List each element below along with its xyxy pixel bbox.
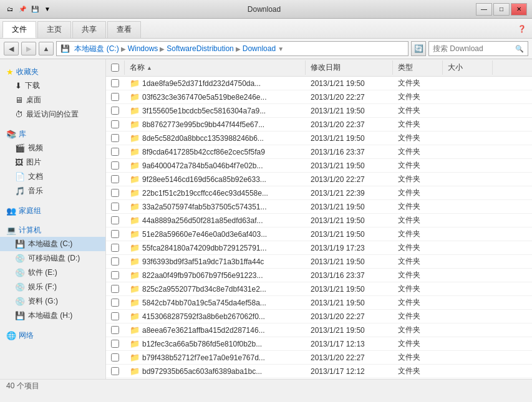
col-header-check[interactable] (106, 60, 125, 75)
table-row[interactable]: 📁 51e28a59660e7e46e0a0d3e6af403... 2013/… (106, 227, 532, 241)
sidebar-item-pictures[interactable]: 🖼 图片 (0, 155, 105, 170)
row-checkbox[interactable] (111, 216, 119, 224)
row-checkbox-cell[interactable] (106, 79, 125, 87)
sidebar-item-d-drive[interactable]: 💿 可移动磁盘 (D:) (0, 251, 105, 266)
minimize-button[interactable]: — (476, 3, 492, 16)
sidebar-item-documents[interactable]: 📄 文档 (0, 170, 105, 184)
row-checkbox[interactable] (111, 326, 119, 334)
search-bar[interactable]: 🔍 (428, 41, 528, 56)
sidebar-group-library[interactable]: 📚 库 (0, 125, 105, 141)
row-checkbox[interactable] (111, 175, 119, 183)
row-checkbox[interactable] (111, 367, 119, 375)
sidebar-item-h-drive[interactable]: 💾 本地磁盘 (H:) (0, 309, 105, 323)
row-checkbox-cell[interactable] (106, 148, 125, 156)
row-checkbox-cell[interactable] (106, 189, 125, 197)
row-checkbox[interactable] (111, 340, 119, 348)
maximize-button[interactable]: □ (493, 3, 510, 16)
table-row[interactable]: 📁 55fca284180a74209dbb729125791... 2013/… (106, 241, 532, 255)
sidebar-item-desktop[interactable]: 🖥 桌面 (0, 93, 105, 107)
row-checkbox-cell[interactable] (106, 326, 125, 334)
row-checkbox[interactable] (111, 244, 119, 252)
row-checkbox[interactable] (111, 271, 119, 279)
sidebar-group-network[interactable]: 🌐 网络 (0, 327, 105, 342)
col-header-name[interactable]: 名称 ▲ (125, 60, 306, 75)
table-row[interactable]: 📁 b12fec3ca66a5b786fd5e810f0b2b... 2013/… (106, 337, 532, 351)
table-row[interactable]: 📁 8de5c582d0a8bbcc1353988246b6... 2013/1… (106, 132, 532, 145)
row-checkbox-cell[interactable] (106, 230, 125, 238)
row-checkbox-cell[interactable] (106, 340, 125, 348)
help-button[interactable]: ❓ (515, 21, 530, 36)
table-row[interactable]: 📁 a8eea67e3621affba415d2d287146... 2013/… (106, 323, 532, 337)
quick-access-icon[interactable]: 📌 (17, 4, 27, 14)
tab-home[interactable]: 主页 (37, 21, 71, 38)
file-list[interactable]: 📁 1dae8fa9e52d371fdd232d4750da... 2013/1… (106, 77, 532, 379)
close-button[interactable]: ✕ (511, 3, 527, 16)
table-row[interactable]: 📁 8f9cda6417285b42ccf86e2cec5f5fa9 2013/… (106, 145, 532, 159)
sidebar-item-recent[interactable]: ⏱ 最近访问的位置 (0, 107, 105, 122)
dropdown-icon[interactable]: ▼ (42, 4, 52, 14)
forward-button[interactable]: ▶ (21, 42, 36, 55)
tab-share[interactable]: 共享 (72, 21, 106, 38)
row-checkbox-cell[interactable] (106, 271, 125, 279)
row-checkbox-cell[interactable] (106, 134, 125, 142)
row-checkbox[interactable] (111, 107, 119, 115)
breadcrumb-item-download[interactable]: Download (243, 44, 276, 53)
table-row[interactable]: 📁 4153068287592f3a8b6eb267062f0... 2013/… (106, 310, 532, 323)
row-checkbox-cell[interactable] (106, 353, 125, 361)
row-checkbox-cell[interactable] (106, 216, 125, 224)
col-header-date[interactable]: 修改日期 (306, 60, 393, 75)
save-icon[interactable]: 💾 (30, 4, 40, 14)
sidebar-group-homegroup[interactable]: 👥 家庭组 (0, 202, 105, 218)
sidebar-item-e-drive[interactable]: 💿 软件 (E:) (0, 266, 105, 280)
row-checkbox[interactable] (111, 148, 119, 156)
table-row[interactable]: 📁 1dae8fa9e52d371fdd232d4750da... 2013/1… (106, 77, 532, 90)
system-menu-icon[interactable]: 🗂 (5, 4, 15, 14)
sidebar-item-download[interactable]: ⬇ 下载 (0, 79, 105, 93)
table-row[interactable]: 📁 44a8889a256d50f281a85edfd63af... 2013/… (106, 214, 532, 227)
row-checkbox[interactable] (111, 299, 119, 307)
table-row[interactable]: 📁 3f155605e1bcdcb5ec5816304a7a9... 2013/… (106, 104, 532, 118)
row-checkbox-cell[interactable] (106, 257, 125, 266)
row-checkbox-cell[interactable] (106, 107, 125, 115)
row-checkbox[interactable] (111, 93, 119, 101)
table-row[interactable]: 📁 93f6393bd9f3af51a9dc71a3b1ffa44c 2013/… (106, 255, 532, 269)
search-input[interactable] (433, 44, 515, 53)
row-checkbox-cell[interactable] (106, 93, 125, 101)
row-checkbox-cell[interactable] (106, 244, 125, 252)
tab-view[interactable]: 查看 (107, 21, 141, 38)
table-row[interactable]: 📁 9a64000472a784b5a046b4f7e02b... 2013/1… (106, 159, 532, 173)
up-button[interactable]: ▲ (39, 42, 54, 55)
row-checkbox[interactable] (111, 312, 119, 320)
col-header-size[interactable]: 大小 (443, 60, 493, 75)
sidebar-item-g-drive[interactable]: 💿 资料 (G:) (0, 294, 105, 309)
row-checkbox[interactable] (111, 134, 119, 142)
sidebar-item-f-drive[interactable]: 💿 娱乐 (F:) (0, 280, 105, 294)
table-row[interactable]: 📁 8b8762773e995bc9bb447f44f5e67... 2013/… (106, 118, 532, 132)
tab-file[interactable]: 文件 (2, 21, 36, 38)
row-checkbox[interactable] (111, 161, 119, 170)
breadcrumb-item-windows[interactable]: Windows (128, 44, 158, 53)
row-checkbox[interactable] (111, 120, 119, 128)
sidebar-item-c-drive[interactable]: 💾 本地磁盘 (C:) (0, 237, 105, 251)
table-row[interactable]: 📁 9f28ee5146cd169d56ca85b92e633... 2013/… (106, 173, 532, 186)
row-checkbox-cell[interactable] (106, 203, 125, 211)
row-checkbox-cell[interactable] (106, 312, 125, 320)
breadcrumb-item-drive[interactable]: 💾 本地磁盘 (C:) (60, 44, 119, 54)
sidebar-item-video[interactable]: 🎬 视频 (0, 141, 105, 155)
row-checkbox[interactable] (111, 257, 119, 266)
select-all-checkbox[interactable] (111, 64, 119, 72)
table-row[interactable]: 📁 bd972935b65ac603af6389aba1bc... 2013/1… (106, 365, 532, 378)
row-checkbox[interactable] (111, 230, 119, 238)
breadcrumb-item-softdist[interactable]: SoftwareDistribution (167, 44, 233, 53)
table-row[interactable]: 📁 cbacd9bb8f59cb0b0cf9b0f226568... 2013/… (106, 378, 532, 379)
row-checkbox[interactable] (111, 203, 119, 211)
table-row[interactable]: 📁 825c2a9552077bd34c8e7dbf431e2... 2013/… (106, 282, 532, 296)
back-button[interactable]: ◀ (4, 42, 19, 55)
row-checkbox[interactable] (111, 189, 119, 197)
row-checkbox[interactable] (111, 353, 119, 361)
row-checkbox-cell[interactable] (106, 285, 125, 293)
refresh-button[interactable]: 🔄 (411, 41, 426, 56)
sidebar-item-music[interactable]: 🎵 音乐 (0, 184, 105, 198)
row-checkbox[interactable] (111, 285, 119, 293)
table-row[interactable]: 📁 22bc1f51c2b19ccffcc46ec93d4558e... 201… (106, 186, 532, 200)
